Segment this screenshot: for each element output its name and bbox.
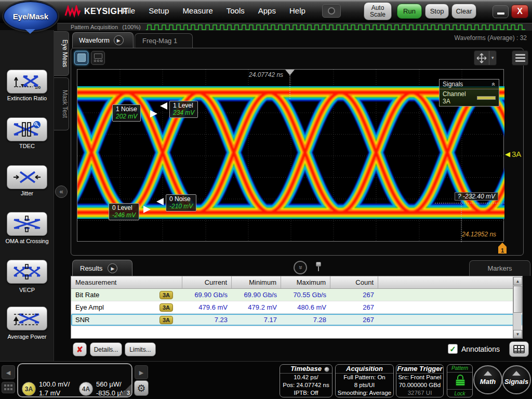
jitter-button[interactable]: [7, 165, 47, 189]
close-button[interactable]: X: [511, 5, 528, 18]
pan-tool-dropdown[interactable]: ▼: [489, 51, 496, 65]
vecp-button[interactable]: [7, 260, 47, 284]
next-channel-button[interactable]: ▶: [135, 365, 148, 379]
camera-icon: [328, 7, 335, 15]
channel-scale-panel[interactable]: 3A 100.0 mV/ 1.7 mV 4A 560 µW/ -835.0 µW…: [17, 363, 132, 397]
limits-button[interactable]: Limits...: [125, 342, 156, 356]
delete-measurement-button[interactable]: ✘: [73, 342, 87, 356]
tab-eye-meas[interactable]: Eye Meas: [54, 31, 69, 76]
pattern-squarewave-icon: [146, 24, 525, 31]
scroll-up-icon[interactable]: ▲: [513, 277, 522, 285]
scroll-thumb[interactable]: [513, 286, 522, 313]
settings-gear-button[interactable]: ⚙: [134, 380, 149, 396]
timebase-position-readout: 24.07742 ns: [249, 71, 283, 78]
menu-tools[interactable]: Tools: [227, 6, 245, 15]
top-menubar: KEYSIGHT File Setup Measure Tools Apps H…: [0, 0, 532, 23]
svg-text:1/0: 1/0: [35, 85, 41, 90]
eye-diagram-display[interactable]: 24.07742 ns 1 Noise 202 mV 1 Level 234 m…: [77, 69, 504, 242]
single-pane-layout-button[interactable]: [74, 51, 88, 65]
screenshot-camera-button[interactable]: [322, 4, 341, 18]
table-row-bit-rate[interactable]: Bit Rate3A 69.90 Gb/s 69.90 Gb/s 70.55 G…: [71, 289, 522, 301]
sidebar-collapse-button[interactable]: «: [55, 185, 68, 198]
tab-mask-test[interactable]: Mask Test: [54, 77, 69, 130]
channel-3a-ground-marker[interactable]: ◀ 3A: [505, 150, 521, 158]
menu-apps[interactable]: Apps: [258, 6, 276, 15]
signals-legend[interactable]: Signals « Channel 3A: [439, 79, 499, 107]
zero-noise-arrow-icon: [156, 198, 164, 205]
multi-pane-layout-button[interactable]: [91, 51, 105, 65]
col-current[interactable]: Current: [182, 276, 232, 288]
prev-channel-button[interactable]: ◀: [2, 365, 15, 379]
col-count[interactable]: Count: [330, 276, 378, 288]
extinction-ratio-label: Extinction Ratio: [0, 95, 54, 101]
eye-mask-mode-button[interactable]: Eye/Mask: [3, 1, 58, 31]
pattern-acquisition-label: Pattern Acquisition: [71, 24, 118, 30]
auto-scale-button[interactable]: Auto Scale: [364, 2, 392, 20]
waveform-tab-menu-icon[interactable]: ▶: [114, 35, 124, 45]
signals-button[interactable]: Signals: [502, 365, 531, 394]
oma-at-crossing-button[interactable]: [7, 212, 47, 236]
collapse-results-button[interactable]: «: [294, 261, 307, 274]
waveform-average-status: Waveforms (Average) : 32: [455, 34, 527, 42]
annotations-checkbox[interactable]: ✓: [448, 344, 458, 354]
tab-freq-mag[interactable]: Freq-Mag 1: [135, 33, 193, 48]
timebase-marker-icon[interactable]: [285, 70, 295, 75]
acquisition-title: Acquisition: [336, 365, 393, 374]
scroll-down-icon[interactable]: ▼: [513, 330, 522, 338]
source-badge: 3A: [159, 291, 173, 299]
one-noise-annotation: 1 Noise 202 mV: [112, 104, 141, 122]
table-row-snr[interactable]: SNR3A 7.23 7.17 7.28 267: [71, 314, 522, 326]
minimize-button[interactable]: [493, 5, 509, 18]
signals-legend-title: Signals: [443, 81, 463, 88]
one-level-arrow-icon: [160, 102, 167, 110]
pattern-lock-panel[interactable]: Pattern Lock: [447, 364, 473, 397]
results-scrollbar[interactable]: ▲ ▼: [513, 277, 522, 338]
display-menu-button[interactable]: [512, 50, 528, 65]
tdec-button[interactable]: [7, 117, 47, 141]
multi-pane-icon: [94, 54, 102, 59]
table-view-button[interactable]: [509, 341, 529, 357]
signals-legend-channel-row[interactable]: Channel 3A: [440, 89, 499, 106]
run-button[interactable]: Run: [397, 4, 422, 19]
menu-file[interactable]: File: [123, 6, 135, 15]
average-power-button[interactable]: [7, 307, 47, 330]
col-minimum[interactable]: Minimum: [232, 276, 281, 288]
menu-measure[interactable]: Measure: [182, 6, 212, 15]
collapse-legend-icon[interactable]: «: [490, 83, 498, 86]
source-badge: 3A: [159, 303, 173, 312]
pattern-acquisition-bar: Pattern Acquisition (100%): [57, 23, 532, 31]
channel-3a-scale: 100.0 mV/ 1.7 mV: [39, 380, 70, 397]
tab-results[interactable]: Results ▶: [72, 260, 132, 276]
panel-corner-badge: [118, 383, 132, 397]
timebase-panel[interactable]: Timebase 10.42 ps/ Pos: 24.07742 ns IPTB…: [280, 364, 332, 397]
results-table-header: Measurement Current Minimum Maximum Coun…: [71, 276, 522, 289]
frame-trigger-panel[interactable]: Frame Trigger Src: Front Panel 70.000000…: [396, 364, 444, 397]
tdec-label: TDEC: [0, 143, 54, 149]
acquisition-panel[interactable]: Acquisition Full Pattern: On 8 pts/UI Sm…: [335, 364, 394, 397]
jitter-label: Jitter: [0, 190, 54, 196]
extinction-ratio-button[interactable]: 1/0: [7, 70, 47, 94]
channel-3a-badge[interactable]: 3A: [22, 382, 36, 396]
one-noise-arrow-icon: [150, 110, 157, 117]
pan-arrows-icon: [474, 51, 489, 65]
tab-waveform[interactable]: Waveform ▶: [72, 32, 134, 48]
table-row-eye-ampl[interactable]: Eye Ampl3A 479.6 mV 479.2 mV 480.6 mV 26…: [71, 301, 522, 314]
math-button[interactable]: Math: [473, 365, 502, 394]
channel-4a-badge[interactable]: 4A: [79, 382, 93, 396]
clear-button[interactable]: Clear: [451, 4, 476, 19]
pin-results-icon[interactable]: [315, 262, 322, 273]
status-bar: ◀ 3A 100.0 mV/ 1.7 mV 4A 560 µW/ -835.0 …: [0, 361, 532, 399]
menu-setup[interactable]: Setup: [149, 6, 169, 15]
stop-button[interactable]: Stop: [425, 4, 449, 19]
col-maximum[interactable]: Maximum: [281, 276, 330, 288]
results-table: Measurement Current Minimum Maximum Coun…: [71, 276, 523, 339]
keysight-spark-icon: [64, 5, 81, 18]
pan-tool-button[interactable]: ▼: [474, 50, 497, 65]
tab-markers[interactable]: Markers: [469, 260, 530, 276]
col-measurement[interactable]: Measurement: [71, 276, 182, 288]
results-tab-menu-icon[interactable]: ▶: [108, 263, 117, 273]
menu-help[interactable]: Help: [289, 6, 305, 15]
mode-chevron-icon: [25, 29, 35, 34]
details-button[interactable]: Details...: [90, 342, 122, 356]
channel-grid-button[interactable]: [2, 382, 15, 393]
